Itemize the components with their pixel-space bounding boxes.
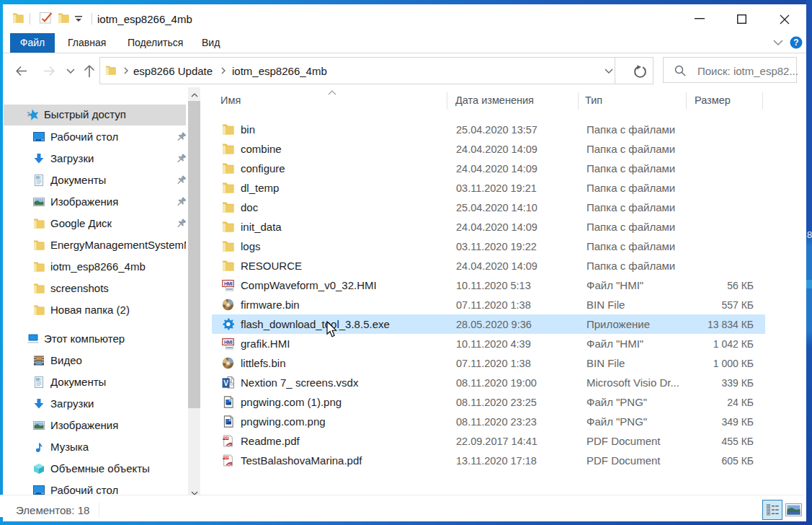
svg-text:?: ? xyxy=(793,38,798,48)
svg-text:V: V xyxy=(223,379,228,387)
svg-text:PDF: PDF xyxy=(223,436,229,440)
svg-text:PDF: PDF xyxy=(223,456,229,459)
svg-text:HMI: HMI xyxy=(224,340,233,345)
svg-text:HMI: HMI xyxy=(224,281,233,286)
